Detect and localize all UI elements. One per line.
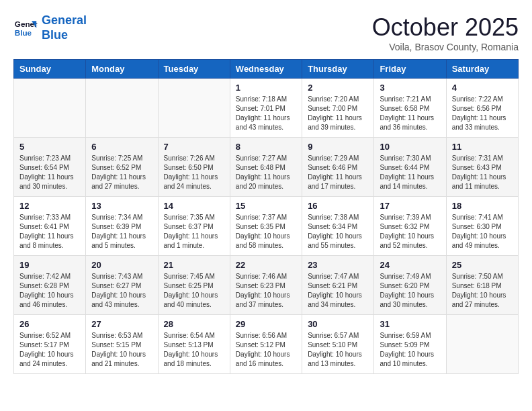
- location-subtitle: Voila, Brasov County, Romania: [372, 42, 519, 52]
- logo: General Blue GeneralBlue: [13, 13, 87, 42]
- calendar-table: SundayMondayTuesdayWednesdayThursdayFrid…: [13, 59, 519, 374]
- weekday-header: Wednesday: [230, 60, 302, 79]
- cell-info: Sunrise: 7:20 AM Sunset: 7:00 PM Dayligh…: [308, 95, 368, 132]
- cell-info: Sunrise: 7:49 AM Sunset: 6:20 PM Dayligh…: [380, 272, 440, 310]
- calendar-cell: [14, 79, 86, 138]
- day-number: 25: [452, 260, 513, 270]
- cell-info: Sunrise: 7:41 AM Sunset: 6:30 PM Dayligh…: [452, 213, 513, 250]
- calendar-cell: [158, 79, 230, 138]
- cell-info: Sunrise: 7:43 AM Sunset: 6:27 PM Dayligh…: [91, 272, 152, 310]
- calendar-week-row: 1Sunrise: 7:18 AM Sunset: 7:01 PM Daylig…: [14, 79, 519, 138]
- day-number: 24: [380, 260, 440, 270]
- calendar-cell: 11Sunrise: 7:31 AM Sunset: 6:43 PM Dayli…: [446, 138, 518, 197]
- calendar-cell: 7Sunrise: 7:26 AM Sunset: 6:50 PM Daylig…: [158, 138, 230, 197]
- title-section: October 2025 Voila, Brasov County, Roman…: [372, 13, 519, 52]
- calendar-cell: 22Sunrise: 7:46 AM Sunset: 6:23 PM Dayli…: [230, 256, 302, 315]
- day-number: 22: [236, 260, 296, 270]
- calendar-cell: 29Sunrise: 6:56 AM Sunset: 5:12 PM Dayli…: [230, 315, 302, 374]
- cell-info: Sunrise: 7:23 AM Sunset: 6:54 PM Dayligh…: [19, 154, 80, 191]
- cell-info: Sunrise: 7:31 AM Sunset: 6:43 PM Dayligh…: [452, 154, 513, 191]
- day-number: 18: [452, 201, 513, 211]
- day-number: 3: [380, 83, 440, 93]
- day-number: 27: [91, 319, 152, 329]
- day-number: 29: [236, 319, 296, 329]
- cell-info: Sunrise: 7:27 AM Sunset: 6:48 PM Dayligh…: [236, 154, 296, 191]
- cell-info: Sunrise: 7:35 AM Sunset: 6:37 PM Dayligh…: [164, 213, 224, 250]
- day-number: 9: [308, 142, 368, 152]
- day-number: 23: [308, 260, 368, 270]
- calendar-week-row: 12Sunrise: 7:33 AM Sunset: 6:41 PM Dayli…: [14, 197, 519, 256]
- cell-info: Sunrise: 7:29 AM Sunset: 6:46 PM Dayligh…: [308, 154, 368, 191]
- cell-info: Sunrise: 7:21 AM Sunset: 6:58 PM Dayligh…: [380, 95, 440, 132]
- calendar-cell: 15Sunrise: 7:37 AM Sunset: 6:35 PM Dayli…: [230, 197, 302, 256]
- calendar-cell: 17Sunrise: 7:39 AM Sunset: 6:32 PM Dayli…: [374, 197, 446, 256]
- calendar-cell: 13Sunrise: 7:34 AM Sunset: 6:39 PM Dayli…: [86, 197, 158, 256]
- cell-info: Sunrise: 6:59 AM Sunset: 5:09 PM Dayligh…: [380, 331, 440, 369]
- calendar-cell: 1Sunrise: 7:18 AM Sunset: 7:01 PM Daylig…: [230, 79, 302, 138]
- day-number: 5: [19, 142, 80, 152]
- calendar-cell: [446, 315, 518, 374]
- calendar-cell: 12Sunrise: 7:33 AM Sunset: 6:41 PM Dayli…: [14, 197, 86, 256]
- calendar-cell: 9Sunrise: 7:29 AM Sunset: 6:46 PM Daylig…: [302, 138, 374, 197]
- calendar-cell: 18Sunrise: 7:41 AM Sunset: 6:30 PM Dayli…: [446, 197, 518, 256]
- calendar-cell: 16Sunrise: 7:38 AM Sunset: 6:34 PM Dayli…: [302, 197, 374, 256]
- cell-info: Sunrise: 7:30 AM Sunset: 6:44 PM Dayligh…: [380, 154, 440, 191]
- cell-info: Sunrise: 7:37 AM Sunset: 6:35 PM Dayligh…: [236, 213, 296, 250]
- calendar-cell: 6Sunrise: 7:25 AM Sunset: 6:52 PM Daylig…: [86, 138, 158, 197]
- cell-info: Sunrise: 7:39 AM Sunset: 6:32 PM Dayligh…: [380, 213, 440, 250]
- calendar-cell: 27Sunrise: 6:53 AM Sunset: 5:15 PM Dayli…: [86, 315, 158, 374]
- calendar-cell: 19Sunrise: 7:42 AM Sunset: 6:28 PM Dayli…: [14, 256, 86, 315]
- day-number: 31: [380, 319, 440, 329]
- svg-text:Blue: Blue: [15, 28, 32, 36]
- day-number: 7: [164, 142, 224, 152]
- cell-info: Sunrise: 7:25 AM Sunset: 6:52 PM Dayligh…: [91, 154, 152, 191]
- weekday-header: Tuesday: [158, 60, 230, 79]
- logo-text: GeneralBlue: [42, 13, 87, 42]
- month-title: October 2025: [372, 13, 519, 42]
- weekday-header: Sunday: [14, 60, 86, 79]
- day-number: 13: [91, 201, 152, 211]
- calendar-cell: 28Sunrise: 6:54 AM Sunset: 5:13 PM Dayli…: [158, 315, 230, 374]
- cell-info: Sunrise: 6:56 AM Sunset: 5:12 PM Dayligh…: [236, 331, 296, 369]
- day-number: 21: [164, 260, 224, 270]
- cell-info: Sunrise: 7:45 AM Sunset: 6:25 PM Dayligh…: [164, 272, 224, 310]
- calendar-cell: 4Sunrise: 7:22 AM Sunset: 6:56 PM Daylig…: [446, 79, 518, 138]
- calendar-week-row: 26Sunrise: 6:52 AM Sunset: 5:17 PM Dayli…: [14, 315, 519, 374]
- day-number: 8: [236, 142, 296, 152]
- day-number: 10: [380, 142, 440, 152]
- calendar-cell: 5Sunrise: 7:23 AM Sunset: 6:54 PM Daylig…: [14, 138, 86, 197]
- calendar-cell: 2Sunrise: 7:20 AM Sunset: 7:00 PM Daylig…: [302, 79, 374, 138]
- calendar-cell: 20Sunrise: 7:43 AM Sunset: 6:27 PM Dayli…: [86, 256, 158, 315]
- calendar-cell: 14Sunrise: 7:35 AM Sunset: 6:37 PM Dayli…: [158, 197, 230, 256]
- cell-info: Sunrise: 7:33 AM Sunset: 6:41 PM Dayligh…: [19, 213, 80, 250]
- cell-info: Sunrise: 7:50 AM Sunset: 6:18 PM Dayligh…: [452, 272, 513, 310]
- day-number: 28: [164, 319, 224, 329]
- cell-info: Sunrise: 7:42 AM Sunset: 6:28 PM Dayligh…: [19, 272, 80, 310]
- weekday-header-row: SundayMondayTuesdayWednesdayThursdayFrid…: [14, 60, 519, 79]
- cell-info: Sunrise: 6:53 AM Sunset: 5:15 PM Dayligh…: [91, 331, 152, 369]
- calendar-cell: 10Sunrise: 7:30 AM Sunset: 6:44 PM Dayli…: [374, 138, 446, 197]
- cell-info: Sunrise: 6:57 AM Sunset: 5:10 PM Dayligh…: [308, 331, 368, 369]
- cell-info: Sunrise: 7:22 AM Sunset: 6:56 PM Dayligh…: [452, 95, 513, 132]
- day-number: 4: [452, 83, 513, 93]
- calendar-cell: 8Sunrise: 7:27 AM Sunset: 6:48 PM Daylig…: [230, 138, 302, 197]
- day-number: 2: [308, 83, 368, 93]
- cell-info: Sunrise: 6:54 AM Sunset: 5:13 PM Dayligh…: [164, 331, 224, 369]
- weekday-header: Monday: [86, 60, 158, 79]
- day-number: 30: [308, 319, 368, 329]
- day-number: 6: [91, 142, 152, 152]
- day-number: 1: [236, 83, 296, 93]
- day-number: 12: [19, 201, 80, 211]
- calendar-cell: 31Sunrise: 6:59 AM Sunset: 5:09 PM Dayli…: [374, 315, 446, 374]
- calendar-cell: 3Sunrise: 7:21 AM Sunset: 6:58 PM Daylig…: [374, 79, 446, 138]
- day-number: 26: [19, 319, 80, 329]
- cell-info: Sunrise: 7:46 AM Sunset: 6:23 PM Dayligh…: [236, 272, 296, 310]
- calendar-cell: 21Sunrise: 7:45 AM Sunset: 6:25 PM Dayli…: [158, 256, 230, 315]
- cell-info: Sunrise: 7:47 AM Sunset: 6:21 PM Dayligh…: [308, 272, 368, 310]
- calendar-cell: 23Sunrise: 7:47 AM Sunset: 6:21 PM Dayli…: [302, 256, 374, 315]
- cell-info: Sunrise: 7:38 AM Sunset: 6:34 PM Dayligh…: [308, 213, 368, 250]
- calendar-cell: [86, 79, 158, 138]
- day-number: 16: [308, 201, 368, 211]
- cell-info: Sunrise: 6:52 AM Sunset: 5:17 PM Dayligh…: [19, 331, 80, 369]
- cell-info: Sunrise: 7:26 AM Sunset: 6:50 PM Dayligh…: [164, 154, 224, 191]
